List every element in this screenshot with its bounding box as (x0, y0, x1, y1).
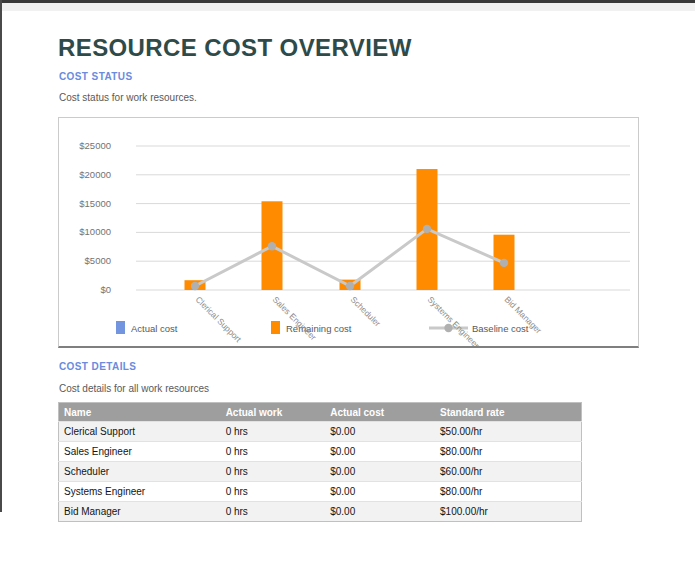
y-axis-tick-label: $25000 (79, 140, 111, 151)
table-cell: 0 hrs (221, 502, 326, 522)
table-cell: $80.00/hr (435, 482, 581, 502)
y-axis-tick-label: $5000 (85, 255, 111, 266)
x-axis-category-label: Systems Engineer (426, 294, 482, 346)
y-axis-tick-label: $20000 (79, 169, 111, 180)
table-cell: $0.00 (325, 422, 435, 442)
x-axis-category-label: Scheduler (349, 294, 383, 328)
page-title: RESOURCE COST OVERVIEW (58, 34, 412, 62)
line-marker[interactable] (268, 242, 276, 250)
column-header: Standard rate (435, 403, 581, 422)
table-row[interactable]: Sales Engineer0 hrs$0.00$80.00/hr (59, 442, 582, 462)
table-cell: $60.00/hr (435, 462, 581, 482)
cost-status-heading: COST STATUS (59, 71, 132, 82)
legend-label: Baseline cost (472, 323, 529, 334)
cost-details-description: Cost details for all work resources (59, 383, 209, 394)
table-cell: 0 hrs (221, 462, 326, 482)
table-cell: Clerical Support (59, 422, 221, 442)
table-cell: Systems Engineer (59, 482, 221, 502)
cost-status-chart[interactable]: $0$5000$10000$15000$20000$25000Actual co… (58, 117, 639, 348)
column-header: Name (59, 403, 221, 422)
table-row[interactable]: Bid Manager0 hrs$0.00$100.00/hr (59, 502, 582, 522)
table-cell: 0 hrs (221, 482, 326, 502)
report-page: RESOURCE COST OVERVIEW COST STATUS Cost … (0, 0, 695, 564)
table-cell: Bid Manager (59, 502, 221, 522)
cost-details-heading: COST DETAILS (59, 361, 136, 372)
chart-canvas[interactable]: $0$5000$10000$15000$20000$25000Actual co… (59, 118, 638, 346)
column-header: Actual work (221, 403, 326, 422)
line-marker[interactable] (500, 259, 508, 267)
line-marker[interactable] (423, 225, 431, 233)
cost-status-description: Cost status for work resources. (59, 92, 197, 103)
window-left-edge (0, 0, 2, 512)
table-cell: $80.00/hr (435, 442, 581, 462)
table-row[interactable]: Clerical Support0 hrs$0.00$50.00/hr (59, 422, 582, 442)
table-row[interactable]: Systems Engineer0 hrs$0.00$80.00/hr (59, 482, 582, 502)
table-cell: $100.00/hr (435, 502, 581, 522)
table-cell: $50.00/hr (435, 422, 581, 442)
table-cell: 0 hrs (221, 442, 326, 462)
line-marker[interactable] (191, 282, 199, 290)
y-axis-tick-label: $0 (100, 284, 111, 295)
legend-swatch-actual-cost (116, 321, 125, 334)
x-axis-category-label: Clerical Support (194, 294, 244, 344)
legend-swatch-remaining-cost (271, 321, 280, 334)
y-axis-tick-label: $15000 (79, 198, 111, 209)
table-cell: Sales Engineer (59, 442, 221, 462)
cost-details-table[interactable]: NameActual workActual costStandard rate … (58, 402, 582, 522)
legend-label: Actual cost (131, 323, 178, 334)
table-row[interactable]: Scheduler0 hrs$0.00$60.00/hr (59, 462, 582, 482)
table-header: NameActual workActual costStandard rate (59, 403, 582, 422)
page-top-band (0, 3, 695, 11)
x-axis-category-label: Sales Engineer (271, 294, 319, 342)
table-cell: Scheduler (59, 462, 221, 482)
table-cell: $0.00 (325, 442, 435, 462)
column-header: Actual cost (325, 403, 435, 422)
table-cell: $0.00 (325, 462, 435, 482)
y-axis-tick-label: $10000 (79, 226, 111, 237)
table-cell: 0 hrs (221, 422, 326, 442)
line-marker[interactable] (346, 282, 354, 290)
line-baseline-cost[interactable] (195, 229, 504, 286)
table-cell: $0.00 (325, 482, 435, 502)
table-cell: $0.00 (325, 502, 435, 522)
